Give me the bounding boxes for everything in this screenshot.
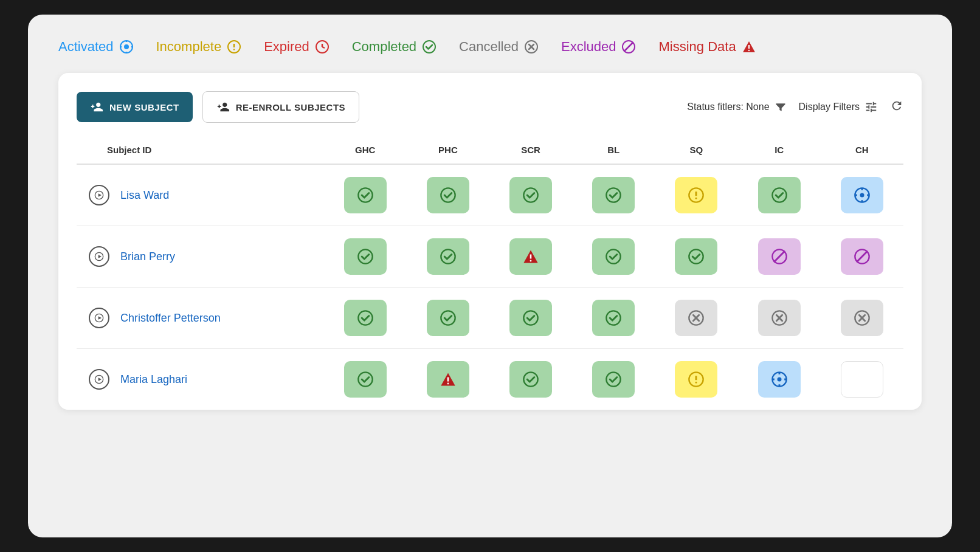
circle-x-icon [523, 39, 539, 55]
cell-scr[interactable] [509, 238, 552, 275]
svg-marker-51 [98, 316, 102, 319]
svg-point-77 [777, 378, 781, 382]
play-button[interactable] [89, 246, 109, 267]
circle-dash-icon [119, 39, 134, 55]
refresh-button[interactable] [890, 99, 903, 116]
play-button[interactable] [89, 369, 109, 390]
status-excluded-label: Excluded [561, 39, 616, 55]
svg-marker-66 [98, 378, 102, 381]
status-bar: Activated Incomplete [58, 39, 922, 55]
svg-point-75 [695, 382, 697, 384]
svg-point-54 [523, 311, 537, 325]
cell-ch[interactable] [841, 177, 883, 213]
table-row[interactable]: Maria Laghari [77, 349, 903, 410]
svg-point-24 [441, 188, 455, 202]
toolbar-right: Status fitlers: None Display Filters [687, 99, 903, 116]
circle-exclaim-icon [226, 39, 242, 55]
col-phc: PHC [407, 140, 489, 164]
subject-name[interactable]: Brian Perry [120, 250, 175, 263]
filter-icon [775, 101, 787, 113]
subject-name[interactable]: Christoffer Petterson [120, 312, 221, 325]
cell-ch[interactable] [841, 361, 883, 398]
cell-ic[interactable] [758, 238, 801, 275]
table-row[interactable]: Lisa Ward [77, 164, 903, 226]
svg-line-17 [624, 43, 633, 51]
cell-ic[interactable] [758, 361, 801, 398]
svg-point-55 [607, 311, 621, 325]
cell-scr[interactable] [509, 177, 552, 213]
status-completed[interactable]: Completed [352, 39, 437, 55]
status-filter-text: Status fitlers: None [687, 102, 769, 112]
cell-ghc[interactable] [344, 300, 387, 336]
cell-phc[interactable] [427, 300, 469, 336]
cell-ic[interactable] [758, 300, 801, 336]
status-missing[interactable]: Missing Data [658, 39, 756, 55]
cell-bl[interactable] [592, 361, 635, 398]
col-ic: IC [738, 140, 821, 164]
cell-sq[interactable] [675, 300, 717, 336]
cell-ghc[interactable] [344, 361, 387, 398]
status-expired-label: Expired [264, 39, 309, 55]
svg-point-72 [607, 372, 621, 386]
cell-scr[interactable] [509, 300, 552, 336]
svg-point-32 [860, 193, 864, 198]
circle-ban-icon [621, 39, 637, 55]
cell-phc[interactable] [427, 361, 469, 398]
cell-bl[interactable] [592, 300, 635, 336]
svg-point-26 [607, 188, 621, 202]
status-incomplete[interactable]: Incomplete [156, 39, 243, 55]
status-cancelled[interactable]: Cancelled [459, 39, 539, 55]
cell-ic[interactable] [758, 177, 801, 213]
table-row[interactable]: Brian Perry [77, 226, 903, 288]
new-subject-button[interactable]: NEW SUBJECT [77, 92, 193, 122]
subject-name[interactable]: Maria Laghari [120, 373, 187, 386]
cell-ghc[interactable] [344, 238, 387, 275]
col-bl: BL [572, 140, 655, 164]
cell-bl[interactable] [592, 238, 635, 275]
add-people-icon [90, 100, 103, 114]
cell-ch[interactable] [841, 300, 883, 336]
svg-point-20 [748, 50, 749, 51]
cell-phc[interactable] [427, 238, 469, 275]
toolbar: NEW SUBJECT RE-ENROLL SUBJECTS Status fi… [77, 91, 903, 123]
status-excluded[interactable]: Excluded [561, 39, 637, 55]
cell-sq[interactable] [675, 361, 717, 398]
refresh-icon [890, 99, 903, 112]
cell-sq[interactable] [675, 177, 717, 213]
svg-point-45 [689, 249, 703, 263]
re-enroll-icon [216, 100, 230, 114]
svg-point-40 [441, 249, 455, 263]
status-missing-label: Missing Data [658, 39, 736, 55]
status-expired[interactable]: Expired [264, 39, 330, 55]
svg-marker-38 [98, 255, 102, 258]
cell-bl[interactable] [592, 177, 635, 213]
play-button[interactable] [89, 308, 109, 328]
svg-point-39 [358, 249, 372, 263]
status-filter-area[interactable]: Status fitlers: None [687, 101, 786, 113]
reenroll-subjects-button[interactable]: RE-ENROLL SUBJECTS [202, 91, 359, 123]
table-row[interactable]: Christoffer Petterson [77, 288, 903, 349]
cell-sq[interactable] [675, 238, 717, 275]
svg-line-47 [774, 252, 784, 261]
cell-ch[interactable] [841, 238, 883, 275]
svg-line-11 [322, 47, 325, 48]
subject-name[interactable]: Lisa Ward [120, 189, 169, 202]
svg-point-67 [358, 372, 372, 386]
cell-ghc[interactable] [344, 177, 387, 213]
status-activated-label: Activated [58, 39, 114, 55]
status-activated[interactable]: Activated [58, 39, 134, 55]
svg-point-53 [441, 311, 455, 325]
svg-point-25 [523, 188, 537, 202]
svg-point-52 [358, 311, 372, 325]
cell-scr[interactable] [509, 361, 552, 398]
display-filters-text: Display Filters [799, 102, 860, 112]
play-button[interactable] [89, 185, 109, 205]
display-filters-button[interactable]: Display Filters [799, 100, 878, 114]
new-subject-label: NEW SUBJECT [109, 102, 179, 112]
svg-point-29 [695, 198, 697, 199]
screen: Activated Incomplete [28, 15, 952, 537]
cell-phc[interactable] [427, 177, 469, 213]
svg-point-8 [233, 49, 235, 50]
svg-point-71 [523, 372, 537, 386]
svg-point-44 [607, 249, 621, 263]
